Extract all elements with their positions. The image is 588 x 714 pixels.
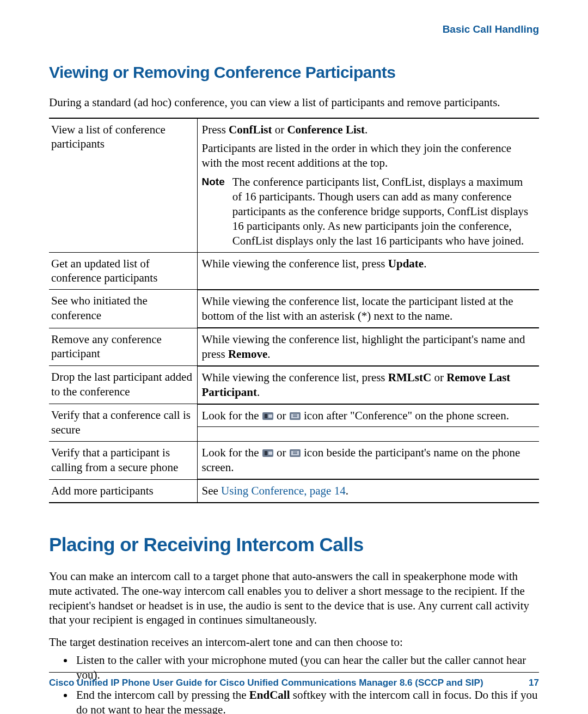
table-cell-right: Look for the or icon beside the particip…: [198, 441, 540, 479]
table-row: View a list of conference participants P…: [49, 118, 539, 253]
svg-rect-7: [268, 451, 272, 455]
list-item: End the intercom call by pressing the En…: [74, 688, 539, 714]
bold-text: Update: [388, 257, 424, 270]
text: Look for the: [202, 409, 262, 422]
table-row: Add more participants See Using Conferen…: [49, 480, 539, 503]
text: .: [365, 123, 367, 136]
text: Look for the: [202, 446, 262, 459]
note-label: Note: [202, 175, 225, 248]
bold-text: Remove: [228, 347, 267, 361]
shield-phone-icon: [289, 410, 301, 419]
table-cell-right: See Using Conference, page 14.: [197, 480, 539, 503]
text: or: [272, 123, 287, 136]
table-cell-left: Add more participants: [49, 480, 197, 503]
section2-para1: You can make an intercom call to a targe…: [49, 569, 539, 628]
page-footer: Cisco Unified IP Phone User Guide for Ci…: [49, 672, 539, 689]
table-cell-left: See who initiated the conference: [49, 290, 197, 328]
text: or: [431, 371, 446, 384]
conference-actions-table: View a list of conference participants P…: [49, 118, 539, 503]
text: .: [267, 347, 270, 361]
table-cell-left: Drop the last participant added to the c…: [49, 366, 197, 404]
text: .: [346, 484, 348, 497]
table-cell-left: Verify that a conference call is secure: [49, 404, 197, 442]
table-row: Verify that a conference call is secure …: [49, 404, 539, 442]
lock-phone-icon: [262, 410, 274, 419]
bold-text: Conference List: [287, 123, 365, 136]
text: Participants are listed in the order in …: [202, 141, 534, 170]
table-cell-left: Verify that a participant is calling fro…: [49, 441, 197, 479]
footer-title: Cisco Unified IP Phone User Guide for Ci…: [49, 677, 483, 689]
shield-phone-icon: [289, 447, 301, 456]
bold-text: EndCall: [249, 688, 290, 701]
section-heading-viewing: Viewing or Removing Conference Participa…: [49, 62, 539, 83]
text: While viewing the conference list, press: [202, 371, 388, 384]
text: While viewing the conference list, press: [202, 257, 388, 270]
note-block: Note The conference participants list, C…: [202, 175, 534, 248]
bold-text: RMLstC: [388, 371, 431, 384]
table-cell-right: While viewing the conference list, press…: [197, 252, 539, 290]
bold-text: ConfList: [229, 123, 272, 136]
text: or: [277, 446, 289, 459]
table-row: See who initiated the conference While v…: [49, 290, 539, 328]
table-row: Verify that a participant is calling fro…: [49, 441, 539, 479]
svg-rect-2: [268, 414, 272, 418]
section1-intro: During a standard (ad hoc) conference, y…: [49, 95, 539, 110]
note-body: The conference participants list, ConfLi…: [232, 175, 534, 248]
table-cell-right: While viewing the conference list, press…: [198, 366, 540, 404]
table-cell-right: Look for the or icon after "Conference" …: [198, 404, 540, 428]
running-header: Basic Call Handling: [49, 23, 539, 36]
text: or: [277, 409, 289, 422]
text: .: [424, 257, 426, 270]
section-heading-intercom: Placing or Receiving Intercom Calls: [49, 533, 539, 557]
lock-phone-icon: [262, 447, 274, 456]
table-cell-left: View a list of conference participants: [49, 118, 197, 253]
text: icon after "Conference" on the phone scr…: [304, 409, 509, 422]
svg-rect-6: [265, 451, 267, 455]
table-row: Drop the last participant added to the c…: [49, 366, 539, 404]
table-row: Remove any conference participant While …: [49, 328, 539, 366]
text: .: [257, 386, 260, 399]
cross-ref-link[interactable]: Using Conference, page 14: [221, 484, 346, 497]
table-cell-left: Get an updated list of conference partic…: [49, 252, 197, 290]
table-cell-right: Press ConfList or Conference List. Parti…: [197, 118, 539, 253]
table-row: Get an updated list of conference partic…: [49, 252, 539, 290]
text: Press: [202, 123, 229, 136]
text: See: [202, 484, 222, 497]
text: End the intercom call by pressing the: [76, 688, 249, 701]
table-cell-right: While viewing the conference list, locat…: [198, 290, 540, 328]
table-cell-left: Remove any conference participant: [49, 328, 197, 366]
section2-para2: The target destination receives an inter…: [49, 635, 539, 650]
table-cell-right: While viewing the conference list, highl…: [198, 328, 540, 366]
page-number: 17: [529, 677, 539, 689]
svg-rect-1: [265, 414, 267, 418]
